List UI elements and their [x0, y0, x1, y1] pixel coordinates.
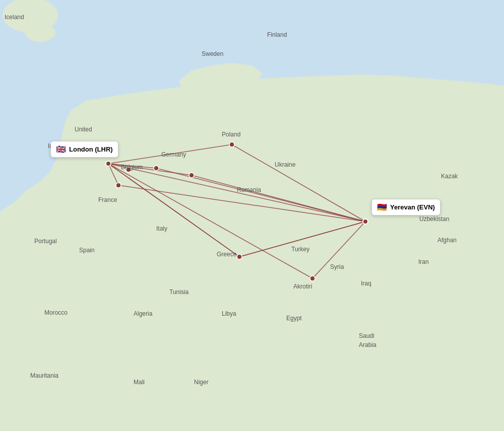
svg-point-9 — [229, 142, 234, 147]
london-popup: 🇬🇧 London (LHR) — [50, 141, 118, 158]
yerevan-flag: 🇦🇲 — [377, 202, 387, 212]
london-label: London (LHR) — [69, 146, 113, 153]
svg-point-8 — [154, 166, 159, 171]
svg-point-12 — [310, 276, 315, 281]
svg-point-7 — [126, 167, 131, 172]
svg-point-10 — [189, 173, 194, 178]
map-svg — [0, 0, 504, 431]
yerevan-popup: 🇦🇲 Yerevan (EVN) — [371, 199, 440, 216]
svg-point-4 — [308, 257, 327, 267]
london-flag: 🇬🇧 — [56, 145, 66, 154]
svg-point-2 — [25, 24, 55, 42]
map-container: Iceland Finland Sweden Ireland United Be… — [0, 0, 504, 431]
svg-point-14 — [363, 219, 368, 224]
svg-point-13 — [106, 161, 111, 166]
svg-point-6 — [116, 183, 121, 188]
yerevan-label: Yerevan (EVN) — [390, 203, 435, 211]
svg-point-3 — [232, 263, 252, 271]
svg-point-11 — [237, 254, 242, 259]
